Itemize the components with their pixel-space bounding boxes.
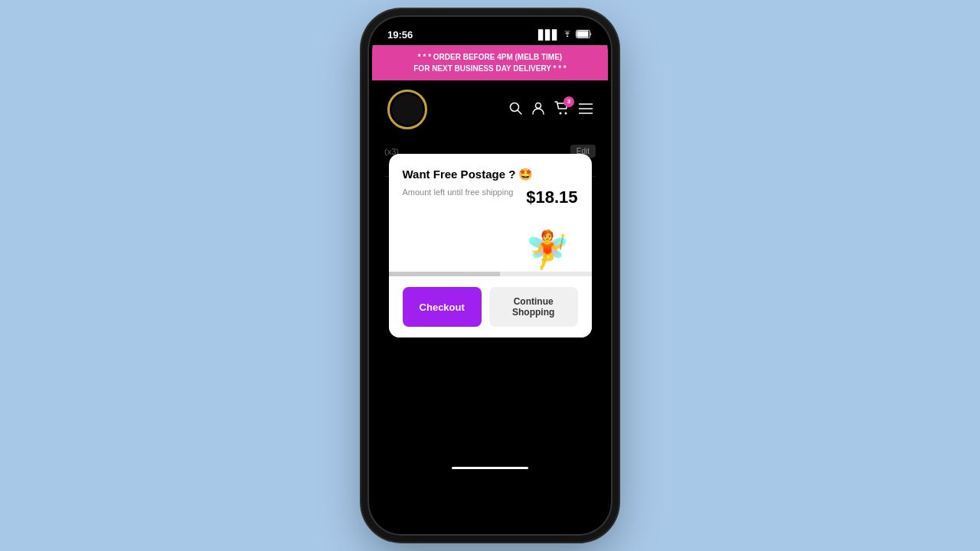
popup-card: Want Free Postage ? 🤩 Amount left until … [389, 154, 592, 337]
status-time: 19:56 [387, 29, 413, 41]
continue-shopping-button[interactable]: Continue Shopping [489, 287, 578, 327]
status-icons: ▋▋▋ [538, 30, 593, 41]
svg-line-3 [518, 110, 521, 114]
search-icon[interactable] [508, 101, 522, 119]
main-content: (x3) Edit Curl: C Subtotal $56.85 Shippi… [372, 139, 608, 460]
shipping-label: Amount left until free shipping [403, 187, 527, 197]
menu-icon[interactable] [579, 102, 593, 118]
notch [452, 24, 528, 41]
header: 3 [372, 80, 608, 139]
popup-title: Want Free Postage ? 🤩 [403, 168, 578, 181]
checkout-button[interactable]: Checkout [403, 287, 482, 327]
logo-inner [392, 94, 423, 125]
popup-body: Want Free Postage ? 🤩 Amount left until … [389, 154, 592, 272]
phone-frame: 19:56 ▋▋▋ [368, 15, 612, 536]
home-indicator [372, 460, 608, 475]
promo-banner: * * * ORDER BEFORE 4PM (MELB TIME) FOR N… [372, 45, 608, 80]
svg-point-6 [565, 112, 567, 114]
banner-line2: FOR NEXT BUSINESS DAY DELIVERY * * * [381, 63, 599, 74]
battery-icon [576, 30, 593, 41]
shipping-amount: $18.15 [526, 187, 577, 207]
signal-icon: ▋▋▋ [538, 30, 559, 41]
logo[interactable] [387, 90, 427, 129]
screen: 19:56 ▋▋▋ [372, 20, 608, 531]
popup-buttons: Checkout Continue Shopping [389, 276, 592, 337]
character-area: 🧚 [403, 210, 578, 272]
wifi-icon [562, 30, 573, 41]
account-icon[interactable] [531, 101, 545, 119]
svg-point-4 [536, 103, 541, 108]
cart-icon[interactable]: 3 [554, 101, 570, 119]
home-bar [452, 467, 528, 469]
cart-badge: 3 [564, 96, 574, 107]
nav-icons: 3 [508, 101, 593, 119]
svg-point-5 [560, 112, 562, 114]
character-illustration: 🧚 [524, 229, 570, 272]
shipping-info-row: Amount left until free shipping $18.15 [403, 187, 578, 207]
banner-line1: * * * ORDER BEFORE 4PM (MELB TIME) [381, 51, 599, 63]
svg-rect-1 [577, 31, 589, 37]
popup-overlay: Want Free Postage ? 🤩 Amount left until … [372, 139, 608, 460]
